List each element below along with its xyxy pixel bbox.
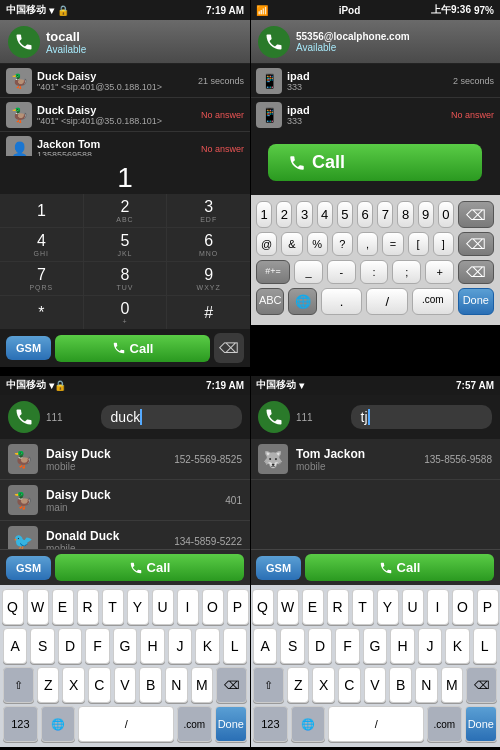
key-pct[interactable]: % <box>307 232 328 256</box>
key-q4-o[interactable]: O <box>452 589 474 625</box>
shift-key-q3[interactable]: ⇧ <box>3 667 34 703</box>
delete-key-q2c[interactable]: ⌫ <box>458 260 494 284</box>
key-done[interactable]: Done <box>458 288 494 315</box>
call-item-3[interactable]: 👤 Jackon Tom 13585569588 No answer <box>0 132 250 156</box>
key-colon[interactable]: : <box>360 260 389 284</box>
key-q3-g[interactable]: G <box>113 628 137 664</box>
key-q3-i[interactable]: I <box>177 589 199 625</box>
key-q3-r[interactable]: R <box>77 589 99 625</box>
globe-key-q3[interactable]: 🌐 <box>41 706 76 742</box>
key-q4-h[interactable]: H <box>390 628 414 664</box>
call-item-1[interactable]: 🦆 Duck Daisy "401" <sip:401@35.0.188.101… <box>0 64 250 98</box>
key-q4-y[interactable]: Y <box>377 589 399 625</box>
gsm-button-q4[interactable]: GSM <box>256 556 301 580</box>
call-button-q2[interactable]: Call <box>268 144 482 181</box>
key-q3-b[interactable]: B <box>139 667 162 703</box>
key-5[interactable]: 5 <box>337 201 353 228</box>
key-q4-k[interactable]: K <box>445 628 469 664</box>
dotcom-key-q4[interactable]: .com <box>427 706 462 742</box>
key-q3-o[interactable]: O <box>202 589 224 625</box>
dial-key-6[interactable]: 6MNO <box>167 228 250 261</box>
globe-key-q4[interactable]: 🌐 <box>291 706 326 742</box>
key-q4-e[interactable]: E <box>302 589 324 625</box>
contact-item-3[interactable]: 🐦 Donald Duck mobile 134-5859-5222 <box>0 521 250 549</box>
call-button-q1[interactable]: Call <box>55 335 210 362</box>
contact-item-1[interactable]: 🦆 Daisy Duck mobile 152-5569-8525 <box>0 439 250 480</box>
call-item-q2-2[interactable]: 📱 ipad 333 No answer <box>250 98 500 130</box>
dial-key-5[interactable]: 5JKL <box>84 228 167 261</box>
key-q3-l[interactable]: L <box>223 628 247 664</box>
key-q4-a[interactable]: A <box>253 628 277 664</box>
key-q4-u[interactable]: U <box>402 589 424 625</box>
key-q3-t[interactable]: T <box>102 589 124 625</box>
key-under[interactable]: _ <box>294 260 323 284</box>
dial-key-4[interactable]: 4GHI <box>0 228 83 261</box>
key-2[interactable]: 2 <box>276 201 292 228</box>
delete-key-q3[interactable]: ⌫ <box>216 667 247 703</box>
key-q3-d[interactable]: D <box>58 628 82 664</box>
key-q4-l[interactable]: L <box>473 628 497 664</box>
search-box-q3[interactable]: duck <box>101 405 242 429</box>
num-key-q4[interactable]: 123 <box>253 706 288 742</box>
dial-key-9[interactable]: 9WXYZ <box>167 262 250 295</box>
key-q3-n[interactable]: N <box>165 667 188 703</box>
key-q3-m[interactable]: M <box>191 667 214 703</box>
done-key-q4[interactable]: Done <box>465 706 497 742</box>
contact-item-2[interactable]: 🦆 Daisy Duck main 401 <box>0 480 250 521</box>
call-button-q4[interactable]: Call <box>305 554 494 581</box>
key-amp[interactable]: & <box>281 232 302 256</box>
key-q3-k[interactable]: K <box>195 628 219 664</box>
key-q4-b[interactable]: B <box>389 667 412 703</box>
key-q4-c[interactable]: C <box>338 667 361 703</box>
call-button-q3[interactable]: Call <box>55 554 244 581</box>
key-at[interactable]: @ <box>256 232 277 256</box>
key-q4-r[interactable]: R <box>327 589 349 625</box>
key-comma[interactable]: , <box>357 232 378 256</box>
key-q3-h[interactable]: H <box>140 628 164 664</box>
dial-key-2[interactable]: 2ABC <box>84 194 167 227</box>
space-key-q4[interactable]: / <box>328 706 423 742</box>
key-7[interactable]: 7 <box>377 201 393 228</box>
key-q4-m[interactable]: M <box>441 667 464 703</box>
dial-key-hash[interactable]: # <box>167 296 250 329</box>
key-q3-w[interactable]: W <box>27 589 49 625</box>
dial-key-7[interactable]: 7PQRS <box>0 262 83 295</box>
key-q3-s[interactable]: S <box>30 628 54 664</box>
key-q4-v[interactable]: V <box>364 667 387 703</box>
key-slash[interactable]: / <box>366 288 408 315</box>
key-q3-z[interactable]: Z <box>37 667 60 703</box>
key-dotcom[interactable]: .com <box>412 288 454 315</box>
dial-key-0[interactable]: 0+ <box>84 296 167 329</box>
key-q4-x[interactable]: X <box>312 667 335 703</box>
call-item-q2-1[interactable]: 📱 ipad 333 2 seconds <box>250 64 500 98</box>
key-eq[interactable]: = <box>382 232 403 256</box>
key-minus[interactable]: - <box>327 260 356 284</box>
key-globe[interactable]: 🌐 <box>288 288 316 315</box>
space-key-q3[interactable]: / <box>78 706 173 742</box>
done-key-q3[interactable]: Done <box>215 706 247 742</box>
key-q4-p[interactable]: P <box>477 589 499 625</box>
key-rbr[interactable]: ] <box>433 232 454 256</box>
shift-key-q4[interactable]: ⇧ <box>253 667 284 703</box>
key-semi[interactable]: ; <box>392 260 421 284</box>
delete-key-q2[interactable]: ⌫ <box>458 201 494 228</box>
dial-key-star[interactable]: * <box>0 296 83 329</box>
key-lbr[interactable]: [ <box>408 232 429 256</box>
key-q3-x[interactable]: X <box>62 667 85 703</box>
key-q3-q[interactable]: Q <box>2 589 24 625</box>
key-q4-n[interactable]: N <box>415 667 438 703</box>
key-9[interactable]: 9 <box>418 201 434 228</box>
key-q4-q[interactable]: Q <box>252 589 274 625</box>
search-box-q4[interactable]: tj <box>351 405 492 429</box>
dial-key-8[interactable]: 8TUV <box>84 262 167 295</box>
key-q3-v[interactable]: V <box>114 667 137 703</box>
key-dot[interactable]: . <box>321 288 363 315</box>
contact-item-q4-1[interactable]: 🐺 Tom Jackon mobile 135-8556-9588 <box>250 439 500 480</box>
key-q4-t[interactable]: T <box>352 589 374 625</box>
key-plus[interactable]: + <box>425 260 454 284</box>
key-q3-j[interactable]: J <box>168 628 192 664</box>
key-q4-z[interactable]: Z <box>287 667 310 703</box>
key-hashplus[interactable]: #+= <box>256 260 290 284</box>
call-item-2[interactable]: 🦆 Duck Daisy "401" <sip:401@35.0.188.101… <box>0 98 250 132</box>
delete-key-q4[interactable]: ⌫ <box>466 667 497 703</box>
